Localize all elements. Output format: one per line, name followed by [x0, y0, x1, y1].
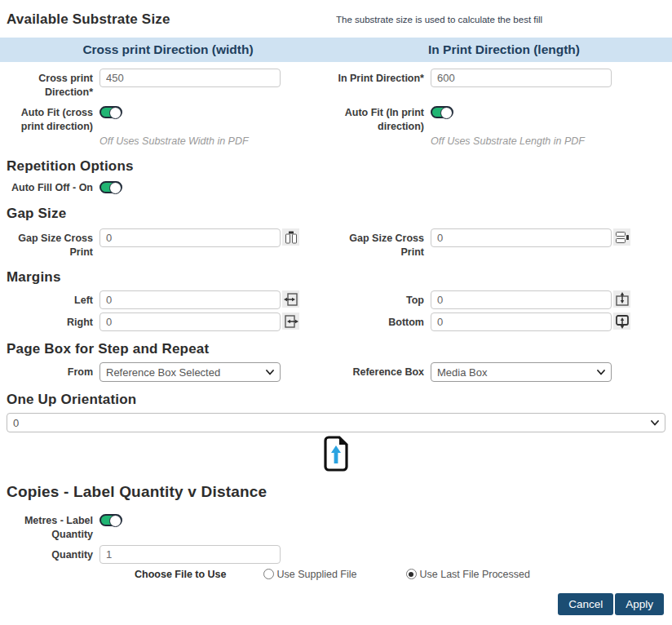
cancel-button[interactable]: Cancel [558, 593, 613, 615]
radio-use-supplied-file[interactable]: Use Supplied File [263, 569, 357, 580]
page-title: Available Substrate Size [7, 11, 336, 28]
margin-top-label: Top [338, 290, 431, 308]
margin-bottom-icon [613, 312, 630, 330]
margin-right-input[interactable] [99, 312, 281, 331]
gap-in-input[interactable] [431, 228, 612, 247]
cross-print-direction-input[interactable] [99, 69, 281, 87]
chevron-down-icon [597, 370, 605, 375]
margin-left-input[interactable] [99, 290, 281, 309]
gap-between-rows-icon [613, 228, 630, 246]
margin-left-label: Left [7, 290, 99, 308]
reference-box-label: Reference Box [338, 362, 431, 379]
reference-box-select-value: Media Box [437, 366, 487, 379]
gap-between-columns-icon [282, 228, 299, 246]
margin-top-icon [613, 290, 630, 308]
margin-bottom-input[interactable] [431, 312, 612, 331]
apply-button[interactable]: Apply [615, 593, 664, 615]
choose-file-label: Choose File to Use [135, 569, 227, 580]
copies-heading: Copies - Label Quantity v Distance [0, 483, 672, 501]
auto-fit-cross-hint: Off Uses Substrate Width in PDF [99, 135, 334, 147]
quantity-label: Quantity [7, 545, 99, 562]
radio-use-last-file-processed[interactable]: Use Last File Processed [406, 569, 530, 580]
cross-print-direction-label: Cross print Direction* [7, 69, 99, 100]
in-print-direction-label: In Print Direction* [338, 69, 431, 86]
column-header-in-print: In Print Direction (length) [336, 42, 672, 57]
margins-heading: Margins [0, 269, 672, 286]
quantity-input[interactable] [99, 545, 281, 564]
margin-right-label: Right [7, 312, 99, 330]
metres-label-quantity-toggle[interactable] [99, 514, 122, 526]
auto-fit-in-label: Auto Fit (In print direction) [338, 103, 431, 134]
chevron-down-icon [651, 420, 659, 426]
column-header-cross-print: Cross print Direction (width) [0, 42, 336, 57]
page-subtitle: The substrate size is used to calculate … [336, 11, 665, 24]
radio-use-last-file-processed-label: Use Last File Processed [420, 569, 530, 580]
direction-header-band: Cross print Direction (width) In Print D… [0, 38, 672, 62]
one-up-orientation-select[interactable]: 0 [7, 413, 665, 432]
from-label: From [7, 362, 99, 379]
margin-right-icon [282, 312, 299, 330]
margin-left-icon [282, 290, 299, 308]
reference-box-select[interactable]: Media Box [431, 362, 612, 382]
radio-circle[interactable] [263, 569, 274, 579]
from-select[interactable]: Reference Box Selected [99, 362, 281, 382]
auto-fill-toggle[interactable] [99, 181, 122, 193]
one-up-orientation-heading: One Up Orientation [0, 392, 672, 408]
radio-use-supplied-file-label: Use Supplied File [277, 569, 357, 580]
auto-fit-cross-toggle[interactable] [99, 106, 122, 118]
radio-circle[interactable] [406, 569, 417, 579]
step-and-repeat-settings-panel: Available Substrate Size The substrate s… [0, 0, 672, 625]
auto-fit-in-hint: Off Uses Substrate Length in PDF [431, 135, 665, 147]
repetition-options-heading: Repetition Options [0, 158, 672, 175]
metres-label-quantity-label: Metres - Label Quantity [7, 511, 99, 542]
chevron-down-icon [266, 370, 274, 375]
margin-bottom-label: Bottom [338, 312, 431, 330]
gap-cross-input[interactable] [99, 228, 281, 247]
gap-in-label: Gap Size Cross Print [338, 228, 431, 259]
auto-fit-cross-label: Auto Fit (cross print direction) [7, 103, 99, 134]
margin-top-input[interactable] [431, 290, 612, 309]
in-print-direction-input[interactable] [431, 69, 612, 87]
gap-size-heading: Gap Size [0, 206, 672, 222]
page-box-heading: Page Box for Step and Repeat [0, 341, 672, 357]
from-select-value: Reference Box Selected [106, 366, 220, 379]
auto-fit-in-toggle[interactable] [431, 106, 453, 118]
page-up-arrow-icon [324, 436, 348, 475]
auto-fill-label: Auto Fill Off - On [7, 181, 99, 195]
one-up-orientation-value: 0 [13, 417, 19, 429]
gap-cross-label: Gap Size Cross Print [7, 228, 99, 259]
